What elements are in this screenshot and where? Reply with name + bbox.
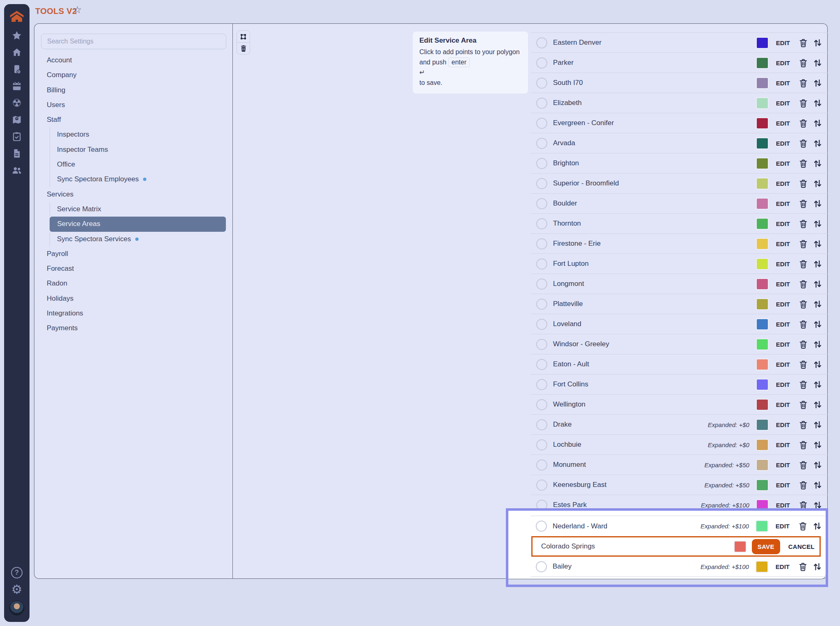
color-swatch[interactable] [756, 318, 769, 330]
reorder-button[interactable] [813, 400, 823, 410]
reorder-button[interactable] [812, 562, 822, 572]
edit-button[interactable]: EDIT [776, 563, 790, 570]
color-swatch[interactable] [756, 561, 768, 573]
edit-button[interactable]: EDIT [776, 462, 790, 468]
delete-button[interactable] [798, 78, 808, 88]
edit-button[interactable]: EDIT [776, 120, 790, 127]
area-name-field[interactable]: Colorado Springs [541, 542, 734, 551]
select-radio[interactable] [536, 299, 547, 310]
settings-item-holidays[interactable]: Holidays [34, 291, 232, 306]
delete-button[interactable] [798, 178, 808, 189]
delete-button[interactable] [798, 158, 808, 169]
reorder-button[interactable] [813, 98, 823, 108]
reorder-button[interactable] [813, 58, 823, 68]
color-swatch[interactable] [756, 258, 769, 270]
spectora-house-logo-icon[interactable] [9, 9, 25, 24]
delete-button[interactable] [798, 38, 808, 48]
settings-item-services[interactable]: Services [34, 187, 232, 202]
settings-item-account[interactable]: Account [34, 53, 232, 68]
edit-button[interactable]: EDIT [776, 240, 790, 247]
select-radio[interactable] [536, 238, 547, 249]
select-radio[interactable] [536, 459, 547, 471]
select-radio[interactable] [536, 218, 547, 229]
delete-button[interactable] [798, 98, 808, 108]
settings-item-integrations[interactable]: Integrations [34, 306, 232, 321]
delete-button[interactable] [798, 400, 808, 410]
color-swatch[interactable] [756, 338, 769, 350]
reorder-button[interactable] [813, 299, 823, 309]
delete-button[interactable] [798, 460, 808, 470]
delete-button[interactable] [798, 521, 808, 531]
delete-button[interactable] [798, 58, 808, 68]
settings-item-service-matrix[interactable]: Service Matrix [50, 202, 232, 217]
settings-item-company[interactable]: Company [34, 68, 232, 82]
edit-button[interactable]: EDIT [776, 180, 790, 187]
color-swatch[interactable] [756, 298, 769, 310]
select-radio[interactable] [536, 480, 547, 491]
calendar-icon[interactable] [11, 81, 23, 91]
settings-item-sync-spectora-services[interactable]: Sync Spectora Services [50, 232, 232, 247]
settings-item-staff[interactable]: Staff [34, 112, 232, 127]
select-radio[interactable] [536, 198, 547, 209]
color-swatch[interactable] [756, 137, 769, 149]
select-radio[interactable] [536, 339, 547, 350]
delete-button[interactable] [798, 440, 808, 450]
reorder-button[interactable] [813, 339, 823, 350]
edit-button[interactable]: EDIT [776, 140, 790, 147]
select-radio[interactable] [536, 521, 547, 532]
reorder-button[interactable] [813, 359, 823, 370]
delete-button[interactable] [798, 420, 808, 430]
edit-button[interactable]: EDIT [776, 59, 790, 66]
color-swatch[interactable] [756, 117, 769, 129]
delete-button[interactable] [798, 259, 808, 269]
select-radio[interactable] [536, 279, 547, 290]
color-swatch[interactable] [756, 359, 769, 370]
color-swatch[interactable] [756, 419, 769, 431]
settings-item-payments[interactable]: Payments [34, 321, 232, 336]
settings-item-billing[interactable]: Billing [34, 83, 232, 98]
delete-button[interactable] [798, 199, 808, 209]
reorder-button[interactable] [813, 158, 823, 169]
settings-item-forecast[interactable]: Forecast [34, 261, 232, 276]
edit-button[interactable]: EDIT [776, 220, 790, 227]
reorder-button[interactable] [813, 480, 823, 490]
select-radio[interactable] [536, 178, 547, 189]
report-media-icon[interactable] [11, 64, 23, 75]
search-input[interactable] [41, 34, 226, 49]
select-radio[interactable] [536, 37, 547, 48]
reorder-button[interactable] [813, 78, 823, 88]
select-radio[interactable] [536, 359, 547, 370]
color-swatch[interactable] [756, 399, 769, 411]
reorder-button[interactable] [813, 118, 823, 128]
select-radio[interactable] [536, 158, 547, 169]
document-icon[interactable] [11, 148, 23, 159]
clipboard-check-icon[interactable] [11, 131, 23, 142]
delete-button[interactable] [798, 138, 808, 149]
select-radio[interactable] [536, 399, 547, 410]
color-swatch[interactable] [756, 57, 769, 69]
edit-button[interactable]: EDIT [776, 341, 790, 348]
select-radio[interactable] [536, 379, 547, 390]
settings-item-users[interactable]: Users [34, 98, 232, 112]
select-radio[interactable] [536, 419, 547, 430]
radon-icon[interactable]: ☢ [11, 98, 23, 108]
edit-button[interactable]: EDIT [776, 441, 790, 448]
settings-item-inspector-teams[interactable]: Inspector Teams [50, 142, 232, 157]
select-radio[interactable] [536, 439, 547, 450]
reorder-button[interactable] [813, 138, 823, 149]
edit-button[interactable]: EDIT [776, 100, 790, 107]
reorder-button[interactable] [813, 440, 823, 450]
delete-button[interactable] [798, 279, 808, 289]
color-swatch[interactable] [756, 379, 769, 391]
help-icon[interactable]: ? [11, 567, 23, 578]
select-radio[interactable] [536, 138, 547, 149]
delete-button[interactable] [798, 379, 808, 390]
reorder-button[interactable] [813, 38, 823, 48]
cancel-button[interactable]: CANCEL [788, 543, 815, 550]
settings-item-service-areas[interactable]: Service Areas [50, 217, 226, 231]
polygon-frame-tool-button[interactable] [237, 31, 250, 42]
edit-button[interactable]: EDIT [776, 281, 790, 288]
delete-button[interactable] [798, 299, 808, 309]
save-button[interactable]: SAVE [752, 539, 780, 554]
reorder-button[interactable] [813, 239, 823, 249]
